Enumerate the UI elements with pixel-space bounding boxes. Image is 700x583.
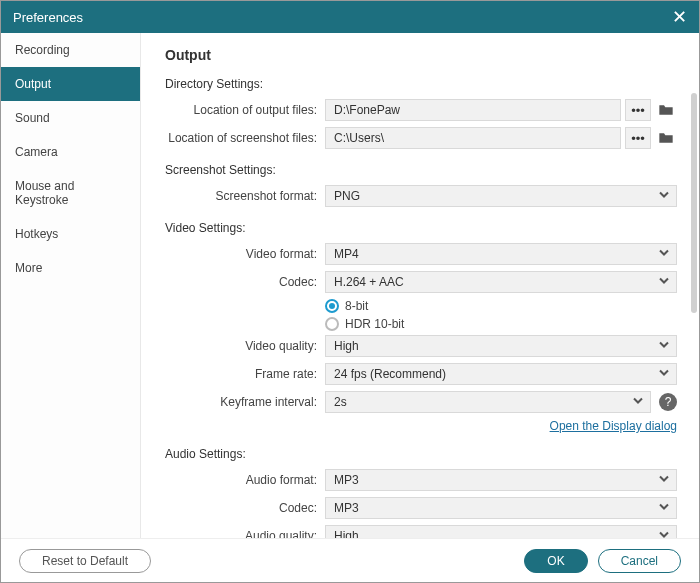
screenshot-format-value: PNG [334, 189, 360, 203]
body: Recording Output Sound Camera Mouse and … [1, 33, 699, 538]
output-path-label: Location of output files: [165, 103, 325, 117]
scrollbar[interactable] [691, 93, 697, 313]
screenshot-path-browse-button[interactable]: ••• [625, 127, 651, 149]
screenshot-format-row: Screenshot format: PNG [165, 185, 677, 207]
video-format-label: Video format: [165, 247, 325, 261]
ok-button[interactable]: OK [524, 549, 587, 573]
audio-format-row: Audio format: MP3 [165, 469, 677, 491]
window-title: Preferences [13, 10, 672, 25]
output-path-browse-button[interactable]: ••• [625, 99, 651, 121]
frame-rate-select[interactable]: 24 fps (Recommend) [325, 363, 677, 385]
video-codec-row: Codec: H.264 + AAC [165, 271, 677, 293]
audio-codec-label: Codec: [165, 501, 325, 515]
keyframe-interval-value: 2s [334, 395, 347, 409]
video-quality-label: Video quality: [165, 339, 325, 353]
video-codec-select[interactable]: H.264 + AAC [325, 271, 677, 293]
keyframe-interval-row: Keyframe interval: 2s ? [165, 391, 677, 413]
close-icon[interactable]: ✕ [672, 8, 687, 26]
audio-format-select[interactable]: MP3 [325, 469, 677, 491]
video-section-title: Video Settings: [165, 221, 677, 235]
preferences-window: Preferences ✕ Recording Output Sound Cam… [0, 0, 700, 583]
video-quality-select[interactable]: High [325, 335, 677, 357]
reset-to-default-button[interactable]: Reset to Default [19, 549, 151, 573]
folder-icon[interactable] [655, 127, 677, 149]
audio-quality-row: Audio quality: High [165, 525, 677, 538]
video-quality-row: Video quality: High [165, 335, 677, 357]
audio-format-label: Audio format: [165, 473, 325, 487]
radio-unchecked-icon [325, 317, 339, 331]
bitdepth-hdr-label: HDR 10-bit [345, 317, 404, 331]
audio-section-title: Audio Settings: [165, 447, 677, 461]
frame-rate-row: Frame rate: 24 fps (Recommend) [165, 363, 677, 385]
chevron-down-icon [658, 367, 670, 382]
video-codec-label: Codec: [165, 275, 325, 289]
footer: Reset to Default OK Cancel [1, 538, 699, 582]
sidebar-item-mouse-keystroke[interactable]: Mouse and Keystroke [1, 169, 140, 217]
sidebar-item-output[interactable]: Output [1, 67, 140, 101]
help-icon[interactable]: ? [659, 393, 677, 411]
chevron-down-icon [658, 473, 670, 488]
sidebar-item-sound[interactable]: Sound [1, 101, 140, 135]
display-dialog-link[interactable]: Open the Display dialog [550, 419, 677, 433]
page-title: Output [165, 47, 677, 63]
screenshot-path-row: Location of screenshot files: ••• [165, 127, 677, 149]
video-format-select[interactable]: MP4 [325, 243, 677, 265]
content-inner: Output Directory Settings: Location of o… [141, 33, 699, 538]
chevron-down-icon [658, 529, 670, 539]
audio-codec-row: Codec: MP3 [165, 497, 677, 519]
sidebar-item-camera[interactable]: Camera [1, 135, 140, 169]
cancel-button[interactable]: Cancel [598, 549, 681, 573]
audio-quality-select[interactable]: High [325, 525, 677, 538]
sidebar-item-recording[interactable]: Recording [1, 33, 140, 67]
display-dialog-link-row: Open the Display dialog [165, 419, 677, 433]
output-path-input[interactable] [325, 99, 621, 121]
bitdepth-hdr-radio[interactable]: HDR 10-bit [325, 317, 677, 331]
bitdepth-8bit-radio[interactable]: 8-bit [325, 299, 677, 313]
chevron-down-icon [658, 339, 670, 354]
video-format-row: Video format: MP4 [165, 243, 677, 265]
screenshot-format-label: Screenshot format: [165, 189, 325, 203]
chevron-down-icon [658, 275, 670, 290]
folder-icon[interactable] [655, 99, 677, 121]
chevron-down-icon [658, 247, 670, 262]
audio-quality-value: High [334, 529, 359, 538]
video-format-value: MP4 [334, 247, 359, 261]
audio-codec-select[interactable]: MP3 [325, 497, 677, 519]
screenshot-path-input[interactable] [325, 127, 621, 149]
audio-format-value: MP3 [334, 473, 359, 487]
chevron-down-icon [658, 189, 670, 204]
bitdepth-8bit-label: 8-bit [345, 299, 368, 313]
output-path-row: Location of output files: ••• [165, 99, 677, 121]
keyframe-interval-select[interactable]: 2s [325, 391, 651, 413]
keyframe-interval-label: Keyframe interval: [165, 395, 325, 409]
sidebar-item-hotkeys[interactable]: Hotkeys [1, 217, 140, 251]
video-codec-value: H.264 + AAC [334, 275, 404, 289]
content: Output Directory Settings: Location of o… [141, 33, 699, 538]
chevron-down-icon [632, 395, 644, 410]
frame-rate-value: 24 fps (Recommend) [334, 367, 446, 381]
video-quality-value: High [334, 339, 359, 353]
screenshot-path-label: Location of screenshot files: [165, 131, 325, 145]
screenshot-format-select[interactable]: PNG [325, 185, 677, 207]
frame-rate-label: Frame rate: [165, 367, 325, 381]
radio-checked-icon [325, 299, 339, 313]
titlebar: Preferences ✕ [1, 1, 699, 33]
directory-section-title: Directory Settings: [165, 77, 677, 91]
screenshot-section-title: Screenshot Settings: [165, 163, 677, 177]
audio-codec-value: MP3 [334, 501, 359, 515]
sidebar: Recording Output Sound Camera Mouse and … [1, 33, 141, 538]
audio-quality-label: Audio quality: [165, 529, 325, 538]
chevron-down-icon [658, 501, 670, 516]
sidebar-item-more[interactable]: More [1, 251, 140, 285]
